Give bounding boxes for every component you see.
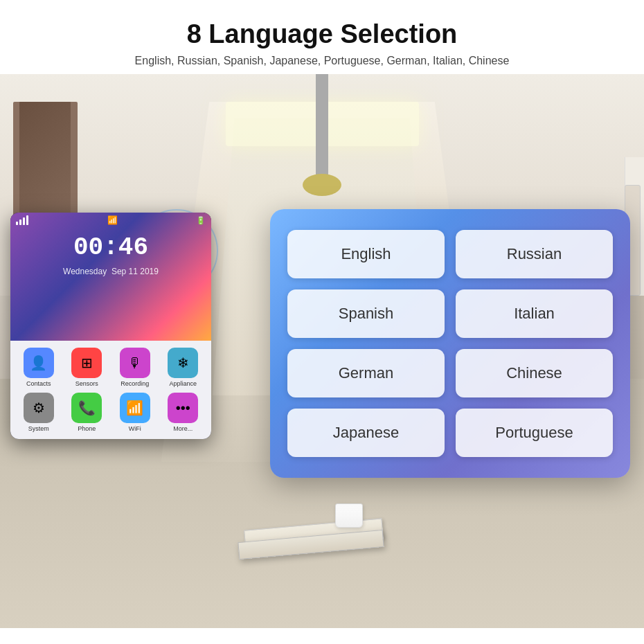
wifi-label: WiFi — [129, 425, 141, 432]
device-date: Wednesday Sep 11 2019 — [63, 267, 159, 276]
app-more[interactable]: ••• More... — [162, 393, 205, 432]
page-subtitle: English, Russian, Spanish, Japanese, Por… — [14, 55, 630, 67]
lang-button-portuguese[interactable]: Portuguese — [456, 409, 613, 457]
appliance-icon: ❄ — [168, 348, 198, 378]
more-label: More... — [173, 425, 193, 432]
sensors-icon: ⊞ — [71, 348, 102, 378]
lang-button-chinese[interactable]: Chinese — [456, 349, 613, 397]
app-phone[interactable]: 📞 Phone — [66, 393, 109, 432]
app-contacts[interactable]: 👤 Contacts — [17, 348, 60, 387]
device: 📶 🔋 00:46 Wednesday Sep 11 2019 👤 Contac… — [10, 213, 211, 439]
page-title: 8 Language Selection — [14, 19, 630, 49]
contacts-icon: 👤 — [24, 348, 54, 378]
more-icon: ••• — [168, 393, 198, 423]
recording-icon: 🎙 — [120, 348, 150, 378]
battery-icon: 🔋 — [196, 216, 206, 225]
language-grid: English Russian Spanish Italian German C… — [287, 230, 613, 457]
device-container: 📶 🔋 00:46 Wednesday Sep 11 2019 👤 Contac… — [10, 213, 211, 439]
system-icon: ⚙ — [24, 393, 54, 423]
wifi-app-icon: 📶 — [120, 393, 150, 423]
status-bar: 📶 🔋 — [10, 213, 211, 228]
app-recording[interactable]: 🎙 Recording — [114, 348, 156, 387]
main-area: 📶 🔋 00:46 Wednesday Sep 11 2019 👤 Contac… — [0, 74, 644, 628]
lang-button-german[interactable]: German — [287, 349, 445, 397]
wifi-icon: 📶 — [107, 215, 118, 225]
sensors-label: Sensors — [75, 380, 98, 387]
device-screen: 📶 🔋 00:46 Wednesday Sep 11 2019 — [10, 213, 211, 341]
lang-button-russian[interactable]: Russian — [456, 230, 613, 278]
cup — [335, 503, 363, 528]
phone-label: Phone — [78, 425, 96, 432]
page-header: 8 Language Selection English, Russian, S… — [0, 0, 644, 74]
lang-button-spanish[interactable]: Spanish — [287, 289, 445, 338]
app-wifi[interactable]: 📶 WiFi — [114, 393, 156, 432]
appliance-label: Appliance — [169, 380, 197, 387]
signal-bar-1 — [16, 222, 18, 225]
contacts-label: Contacts — [26, 380, 51, 387]
signal-bar-4 — [26, 215, 28, 225]
signal-bar-3 — [23, 217, 25, 225]
app-appliance[interactable]: ❄ Appliance — [162, 348, 205, 387]
pendant-wire — [316, 74, 329, 185]
app-grid: 👤 Contacts ⊞ Sensors 🎙 Recording ❄ Appli… — [10, 341, 211, 439]
device-time: 00:46 — [73, 233, 148, 262]
signal-bar-2 — [19, 220, 21, 225]
phone-icon: 📞 — [71, 393, 102, 423]
lang-button-english[interactable]: English — [287, 230, 445, 278]
language-panel: English Russian Spanish Italian German C… — [270, 209, 630, 478]
lang-button-italian[interactable]: Italian — [456, 289, 613, 338]
lang-button-japanese[interactable]: Japanese — [287, 409, 445, 457]
system-label: System — [28, 425, 49, 432]
signal-bars — [16, 215, 28, 225]
pendant-light — [303, 174, 341, 196]
recording-label: Recording — [120, 380, 149, 387]
app-sensors[interactable]: ⊞ Sensors — [66, 348, 109, 387]
app-system[interactable]: ⚙ System — [17, 393, 60, 432]
